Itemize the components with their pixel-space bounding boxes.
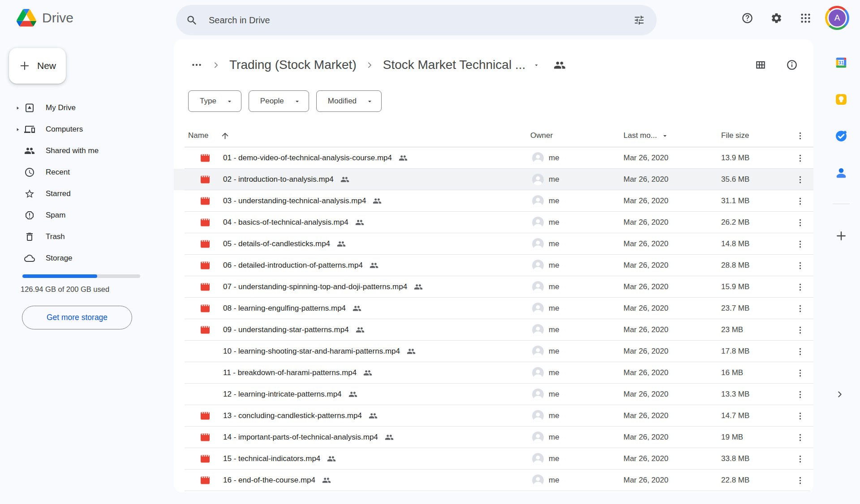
owner-name: me [549, 282, 559, 291]
table-row[interactable]: 06 - detailed-introduction-of-patterns.m… [174, 255, 813, 276]
more-options-icon[interactable] [787, 196, 813, 206]
modified-caret-icon [661, 132, 669, 140]
sidebar-item-storage[interactable]: Storage [0, 248, 174, 269]
google-apps-button[interactable] [795, 7, 816, 29]
table-row[interactable]: 05 - details-of-candlesticks.mp4 me Mar … [174, 233, 813, 255]
table-row[interactable]: 08 - learning-engulfing-patterns.mp4 me … [174, 298, 813, 319]
table-row[interactable]: 14 - important-parts-of-technical-analys… [174, 427, 813, 448]
more-options-icon[interactable] [787, 433, 813, 442]
caret-down-icon [293, 98, 301, 105]
more-options-icon[interactable] [787, 390, 813, 399]
video-file-icon [200, 174, 211, 185]
details-info-button[interactable] [786, 59, 798, 71]
get-more-storage-button[interactable]: Get more storage [22, 306, 132, 329]
more-options-icon[interactable] [787, 239, 813, 249]
column-header-name[interactable]: Name [188, 131, 530, 141]
keep-icon[interactable] [834, 93, 848, 106]
drive-triangle-icon [17, 9, 36, 27]
owner-avatar [532, 217, 544, 228]
my-drive-icon [24, 103, 35, 113]
table-row[interactable]: 11 - breakdown-of-harami-patterns.mp4 me… [174, 362, 813, 384]
breadcrumb-current-folder[interactable]: Stock Market Technical ... [383, 58, 526, 72]
video-file-icon [200, 303, 211, 314]
more-options-icon[interactable] [787, 304, 813, 313]
more-options-icon[interactable] [787, 175, 813, 184]
storage-usage-text: 126.94 GB of 200 GB used [21, 285, 174, 294]
expand-arrow-icon[interactable] [15, 127, 21, 132]
show-side-panel-button[interactable] [834, 389, 846, 400]
more-options-icon[interactable] [787, 411, 813, 421]
column-header-size[interactable]: File size [721, 131, 787, 140]
search-options-icon[interactable] [633, 14, 645, 26]
settings-button[interactable] [765, 7, 787, 29]
sidebar-item-recent[interactable]: Recent [0, 162, 174, 183]
owner-name: me [549, 390, 559, 399]
storage-icon [24, 253, 35, 264]
file-name: 11 - breakdown-of-harami-patterns.mp4 [223, 368, 357, 377]
file-size: 14.8 MB [721, 239, 787, 248]
more-options-icon[interactable] [787, 347, 813, 356]
table-row[interactable]: 12 - learning-intricate-patterns.mp4 me … [174, 384, 813, 405]
table-row[interactable]: 09 - understanding-star-patterns.mp4 me … [174, 319, 813, 341]
filter-chip-modified[interactable]: Modified [316, 90, 382, 112]
owner-avatar [532, 431, 544, 443]
add-side-panel-app-button[interactable] [835, 230, 847, 242]
column-header-modified[interactable]: Last mo... [624, 131, 721, 140]
file-size: 23.7 MB [721, 304, 787, 313]
sidebar-item-starred[interactable]: Starred [0, 183, 174, 205]
filter-chip-type[interactable]: Type [188, 90, 241, 112]
more-options-icon[interactable] [787, 476, 813, 485]
expand-arrow-icon[interactable] [15, 106, 21, 111]
shared-indicator-icon [337, 239, 346, 248]
column-settings-icon[interactable] [787, 131, 813, 141]
new-button[interactable]: New [9, 48, 66, 84]
grid-view-toggle[interactable] [755, 59, 766, 71]
search-icon[interactable] [186, 14, 198, 26]
account-avatar[interactable]: A [825, 6, 849, 30]
search-bar[interactable] [176, 5, 657, 35]
more-options-icon[interactable] [787, 218, 813, 227]
owner-name: me [549, 304, 559, 313]
more-options-icon[interactable] [787, 154, 813, 163]
sidebar-item-spam[interactable]: Spam [0, 205, 174, 226]
breadcrumb-ellipsis-icon[interactable] [190, 59, 203, 71]
column-header-owner[interactable]: Owner [530, 131, 624, 140]
help-button[interactable] [736, 7, 758, 29]
more-options-icon[interactable] [787, 368, 813, 378]
table-row[interactable]: 01 - demo-video-of-technical-analysis-co… [174, 147, 813, 169]
filter-chip-label: People [260, 97, 284, 106]
table-row[interactable]: 16 - end-of-the-course.mp4 me Mar 26, 20… [174, 470, 813, 491]
drive-logo[interactable]: Drive [17, 9, 73, 27]
owner-avatar [532, 346, 544, 357]
table-row[interactable]: 07 - understanding-spinning-top-and-doji… [174, 276, 813, 298]
calendar-icon[interactable]: 31 [834, 56, 848, 69]
tasks-icon[interactable] [834, 129, 848, 143]
table-row[interactable]: 04 - basics-of-technical-analysis.mp4 me… [174, 212, 813, 233]
sidebar-item-trash[interactable]: Trash [0, 226, 174, 248]
plus-icon [19, 60, 30, 72]
more-options-icon[interactable] [787, 282, 813, 292]
sort-ascending-icon[interactable] [220, 131, 230, 141]
video-file-icon [200, 346, 211, 357]
share-members-icon[interactable] [554, 59, 566, 71]
sidebar-item-label: Spam [46, 211, 65, 220]
table-row[interactable]: 15 - technical-indicators.mp4 me Mar 26,… [174, 448, 813, 470]
table-row[interactable]: 03 - understanding-technical-analysis.mp… [174, 190, 813, 212]
contacts-icon[interactable] [834, 166, 848, 179]
sidebar-item-shared-with-me[interactable]: Shared with me [0, 140, 174, 162]
last-modified: Mar 26, 2020 [624, 154, 721, 162]
folder-menu-caret-icon[interactable] [533, 62, 540, 68]
table-row[interactable]: 10 - learning-shooting-star-and-harami-p… [174, 341, 813, 362]
breadcrumb-parent-folder[interactable]: Trading (Stock Market) [229, 58, 357, 72]
more-options-icon[interactable] [787, 454, 813, 464]
sidebar-item-my-drive[interactable]: My Drive [0, 97, 174, 119]
sidebar-item-computers[interactable]: Computers [0, 119, 174, 140]
more-options-icon[interactable] [787, 325, 813, 335]
filter-chip-people[interactable]: People [249, 90, 309, 112]
table-row[interactable]: 02 - introduction-to-analysis.mp4 me Mar… [174, 169, 813, 190]
table-row[interactable]: 13 - concluding-candlestick-patterns.mp4… [174, 405, 813, 427]
search-input[interactable] [209, 15, 633, 26]
more-options-icon[interactable] [787, 261, 813, 270]
file-name: 01 - demo-video-of-technical-analysis-co… [223, 154, 392, 162]
trash-icon [24, 231, 35, 242]
